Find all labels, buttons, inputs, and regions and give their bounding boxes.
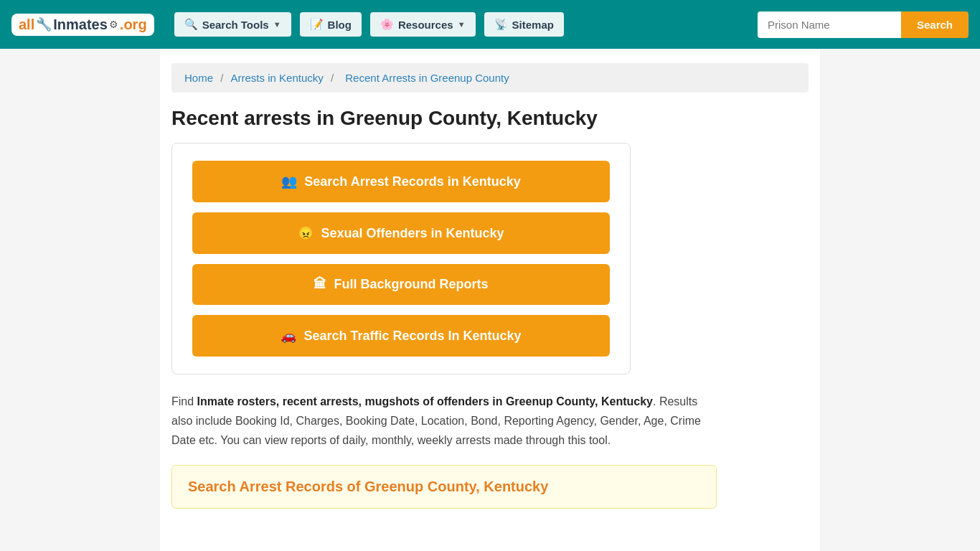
building-icon: 🏛 (314, 277, 326, 292)
search-tools-button[interactable]: 🔍 Search Tools ▼ (174, 12, 291, 37)
resources-arrow-icon: ▼ (458, 20, 466, 29)
sitemap-label: Sitemap (512, 19, 554, 31)
prison-search-button[interactable]: Search (901, 11, 969, 38)
logo[interactable]: all 🔧 Inmates ⚙ .org (11, 14, 154, 36)
sitemap-button[interactable]: 📡 Sitemap (484, 12, 564, 37)
navbar: all 🔧 Inmates ⚙ .org 🔍 Search Tools ▼ 📝 … (0, 0, 980, 49)
background-reports-label: Full Background Reports (334, 277, 488, 292)
sitemap-icon: 📡 (494, 18, 508, 31)
breadcrumb-current: Recent Arrests in Greenup County (345, 72, 509, 84)
resources-button[interactable]: 🌸 Resources ▼ (370, 12, 476, 37)
breadcrumb-sep1: / (220, 72, 226, 84)
blog-label: Blog (328, 19, 352, 31)
bottom-section-title: Search Arrest Records of Greenup County,… (188, 479, 700, 495)
prison-name-input[interactable] (758, 11, 901, 38)
logo-icon: 🔧 (36, 17, 52, 32)
people-icon: 👥 (281, 174, 297, 189)
logo-inmates: Inmates (53, 17, 108, 33)
description-text: Find Inmate rosters, recent arrests, mug… (171, 392, 717, 451)
traffic-records-label: Search Traffic Records In Kentucky (303, 329, 521, 344)
traffic-records-button[interactable]: 🚗 Search Traffic Records In Kentucky (192, 315, 610, 357)
sexual-offenders-button[interactable]: 😠 Sexual Offenders in Kentucky (192, 212, 610, 254)
logo-gear2: ⚙ (109, 19, 118, 30)
search-arrest-records-label: Search Arrest Records in Kentucky (304, 174, 520, 189)
search-tools-arrow-icon: ▼ (273, 20, 281, 29)
action-buttons-card: 👥 Search Arrest Records in Kentucky 😠 Se… (171, 143, 631, 375)
breadcrumb-home[interactable]: Home (184, 72, 213, 84)
description-intro: Find (171, 395, 197, 408)
main-content: Home / Arrests in Kentucky / Recent Arre… (160, 49, 820, 551)
logo-all: all (19, 17, 34, 33)
resources-label: Resources (398, 19, 453, 31)
description-bold: Inmate rosters, recent arrests, mugshots… (197, 395, 653, 408)
search-tools-icon: 🔍 (184, 18, 198, 31)
search-arrest-records-button[interactable]: 👥 Search Arrest Records in Kentucky (192, 161, 610, 202)
background-reports-button[interactable]: 🏛 Full Background Reports (192, 264, 610, 305)
breadcrumb-sep2: / (331, 72, 336, 84)
prison-search-form: Search (758, 11, 969, 38)
blog-button[interactable]: 📝 Blog (300, 12, 362, 37)
resources-icon: 🌸 (380, 18, 394, 31)
car-icon: 🚗 (281, 328, 296, 344)
blog-icon: 📝 (310, 18, 324, 31)
angry-icon: 😠 (298, 225, 314, 241)
search-tools-label: Search Tools (202, 19, 269, 31)
sexual-offenders-label: Sexual Offenders in Kentucky (321, 226, 504, 241)
breadcrumb-arrests-ky[interactable]: Arrests in Kentucky (231, 72, 324, 84)
bottom-section: Search Arrest Records of Greenup County,… (171, 465, 717, 509)
page-title: Recent arrests in Greenup County, Kentuc… (171, 107, 809, 130)
logo-org: .org (120, 17, 147, 33)
breadcrumb: Home / Arrests in Kentucky / Recent Arre… (171, 63, 809, 93)
